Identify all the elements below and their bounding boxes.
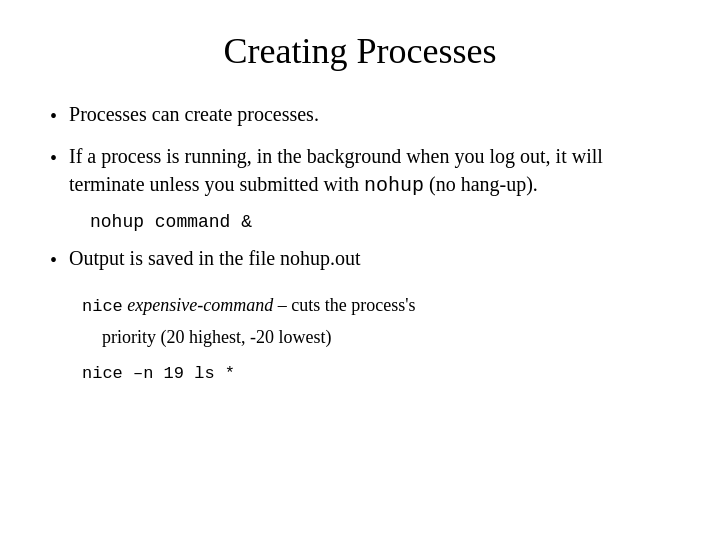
bullet-text-1: Processes can create processes. [69, 100, 670, 128]
bullet-item-1: • Processes can create processes. [50, 100, 670, 130]
bullet-dot-1: • [50, 102, 57, 130]
nice-dash-text: – cuts the process's [278, 295, 416, 315]
nice-line2-code: nice –n 19 ls * [82, 364, 235, 383]
nice-block-line1: nice expensive-command – cuts the proces… [82, 292, 415, 320]
nice-italic-text: expensive-command [127, 295, 273, 315]
nice-block-line2: nice –n 19 ls * [82, 359, 235, 387]
bullet-2-after: (no hang-up). [424, 173, 538, 195]
slide-title: Creating Processes [50, 30, 670, 72]
slide: Creating Processes • Processes can creat… [0, 0, 720, 540]
bullet-text-2: If a process is running, in the backgrou… [69, 142, 670, 200]
bullet-dot-2: • [50, 144, 57, 172]
bullet-list: • Processes can create processes. • If a… [50, 100, 670, 286]
nohup-code-block: nohup command & [90, 212, 670, 232]
nice-priority-text: priority (20 highest, -20 lowest) [102, 327, 331, 347]
bullet-item-2: • If a process is running, in the backgr… [50, 142, 670, 200]
nohup-command: nohup command & [90, 212, 252, 232]
nice-code-inline: nice [82, 297, 123, 316]
nice-block-line1-cont: priority (20 highest, -20 lowest) [102, 324, 331, 351]
bullet-text-3: Output is saved in the file nohup.out [69, 244, 670, 272]
bullet-item-3: • Output is saved in the file nohup.out [50, 244, 670, 274]
bullet-dot-3: • [50, 246, 57, 274]
bullet-2-code: nohup [364, 174, 424, 197]
